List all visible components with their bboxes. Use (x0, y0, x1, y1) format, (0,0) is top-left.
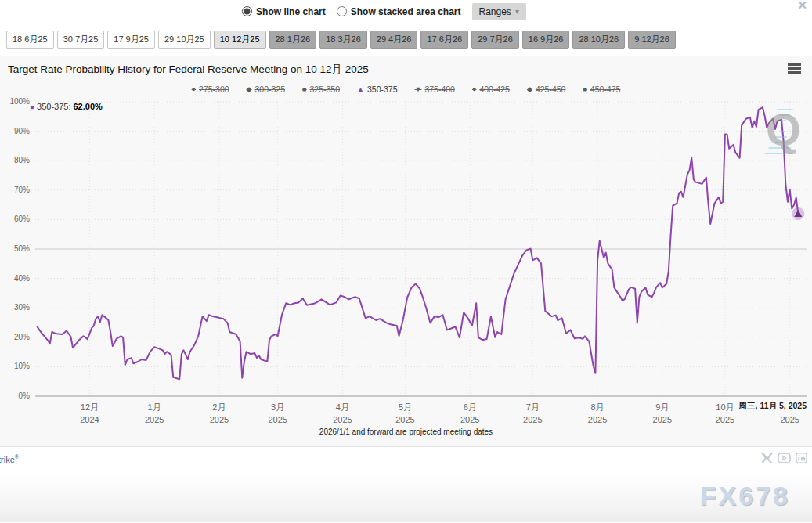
page-bottom-strip: FX678 (0, 473, 812, 522)
legend-item[interactable]: ■325-350 (302, 85, 340, 94)
youtube-icon[interactable] (778, 453, 791, 463)
svg-text:40%: 40% (14, 274, 30, 283)
legend-item[interactable]: ●275-300 (192, 85, 229, 94)
svg-text:5月: 5月 (399, 402, 412, 412)
meeting-tab[interactable]: 18 3月26 (319, 31, 367, 49)
legend-label: 425-450 (536, 85, 566, 94)
square-marker-icon: ■ (302, 85, 306, 93)
meeting-tab[interactable]: 30 7月25 (57, 31, 105, 49)
svg-text:10%: 10% (14, 362, 30, 370)
show-line-chart-radio[interactable] (242, 6, 252, 16)
legend-item[interactable]: ●400-425 (472, 85, 510, 94)
legend-label: 400-425 (479, 85, 510, 94)
show-stacked-area-radio[interactable] (337, 6, 347, 16)
meeting-tab[interactable]: 29 4月26 (370, 31, 418, 49)
svg-text:2025: 2025 (210, 415, 229, 424)
meeting-tab[interactable]: 17 6月26 (420, 31, 468, 49)
circle-marker-icon: ● (472, 85, 476, 93)
svg-text:12月: 12月 (81, 402, 99, 412)
show-stacked-area-option[interactable]: Show stacked area chart (337, 6, 461, 17)
svg-text:30%: 30% (14, 303, 30, 312)
probability-chart-card: Target Rate Probability History for Fede… (0, 56, 812, 447)
svg-text:6月: 6月 (464, 402, 477, 412)
meeting-tab[interactable]: 29 7月26 (471, 31, 519, 49)
fx678-watermark: FX678 (700, 481, 790, 511)
svg-text:9月: 9月 (655, 402, 669, 412)
svg-text:2024: 2024 (80, 415, 99, 424)
legend-label: 275-300 (199, 85, 229, 94)
legend-item[interactable]: ▼375-400 (415, 85, 455, 94)
svg-text:3月: 3月 (271, 402, 284, 412)
quikstrike-brand: trike® (0, 454, 19, 464)
show-line-chart-option[interactable]: Show line chart (242, 6, 326, 17)
footer-bar: trike® (0, 447, 812, 473)
meeting-tabs: 18 6月2530 7月2517 9月2529 10月2510 12月2528 … (0, 23, 812, 56)
svg-text:2月: 2月 (212, 402, 226, 412)
chart-type-toolbar: Show line chart Show stacked area chart … (0, 0, 812, 23)
svg-text:60%: 60% (14, 215, 30, 223)
svg-text:7月: 7月 (526, 402, 540, 412)
svg-text:1月: 1月 (148, 402, 161, 412)
square-marker-icon: ■ (583, 85, 586, 93)
legend-item[interactable]: ◆300-325 (247, 85, 285, 94)
svg-text:2025: 2025 (333, 415, 352, 424)
meeting-tab[interactable]: 28 1月26 (269, 31, 317, 49)
close-icon[interactable]: ✕ (797, 0, 807, 13)
svg-text:100%: 100% (9, 97, 30, 106)
svg-text:2025: 2025 (588, 415, 607, 424)
meeting-tab[interactable]: 9 12月26 (628, 31, 676, 49)
chart-legend: ●275-300◆300-325■325-350▲350-375▼375-400… (0, 85, 812, 94)
ranges-label: Ranges (479, 6, 511, 17)
legend-label: 350-375 (367, 85, 398, 94)
svg-text:2025: 2025 (653, 415, 672, 424)
svg-text:2025: 2025 (395, 415, 414, 424)
meeting-tab[interactable]: 18 6月25 (6, 31, 54, 49)
svg-text:0%: 0% (19, 391, 31, 400)
triangle-marker-icon: ▲ (357, 85, 364, 93)
svg-text:2025: 2025 (268, 415, 287, 424)
svg-text:20%: 20% (14, 333, 30, 341)
svg-text:10月: 10月 (716, 402, 734, 412)
svg-text:2025: 2025 (460, 415, 479, 424)
svg-text:8月: 8月 (590, 402, 604, 412)
meeting-tab[interactable]: 28 10月26 (572, 31, 625, 49)
legend-label: 375-400 (424, 85, 455, 94)
series-hover-label: ● 350-375: 62.00% (30, 102, 103, 111)
svg-text:70%: 70% (14, 186, 30, 194)
diamond-marker-icon: ◆ (527, 85, 532, 93)
diamond-marker-icon: ◆ (247, 85, 252, 93)
meeting-tab[interactable]: 29 10月25 (158, 31, 211, 49)
svg-text:80%: 80% (14, 156, 30, 164)
svg-text:周三, 11月 5, 2025: 周三, 11月 5, 2025 (738, 401, 807, 410)
svg-text:2025: 2025 (716, 415, 734, 424)
svg-text:2025: 2025 (145, 415, 164, 424)
circle-marker-icon: ● (192, 85, 196, 93)
meeting-tab[interactable]: 10 12月25 (214, 31, 266, 49)
probability-line-chart[interactable]: 0%10%20%30%40%50%60%70%80%90%100%12月2024… (0, 97, 812, 434)
legend-item[interactable]: ▲350-375 (357, 85, 397, 94)
meeting-tab[interactable]: 17 9月25 (107, 31, 155, 49)
show-stacked-area-label: Show stacked area chart (351, 6, 461, 17)
series-hover-name: 350-375: (37, 102, 70, 111)
triangle-down-marker-icon: ▼ (415, 85, 422, 93)
x-twitter-icon[interactable] (761, 453, 773, 463)
legend-label: 325-350 (309, 85, 340, 94)
ranges-dropdown[interactable]: Ranges ▾ (472, 3, 526, 20)
show-line-chart-label: Show line chart (256, 6, 326, 17)
series-dot-icon: ● (30, 103, 34, 111)
legend-item[interactable]: ■450-475 (583, 85, 620, 94)
legend-label: 300-325 (255, 85, 286, 94)
chart-menu-icon[interactable] (788, 63, 801, 75)
linkedin-icon[interactable] (796, 453, 807, 463)
svg-text:2025: 2025 (523, 415, 542, 424)
chart-title: Target Rate Probability History for Fede… (8, 63, 369, 77)
chevron-down-icon: ▾ (515, 8, 519, 16)
svg-text:2025: 2025 (780, 415, 799, 424)
svg-text:90%: 90% (14, 127, 30, 135)
legend-item[interactable]: ◆425-450 (527, 85, 565, 94)
series-hover-value: 62.00% (73, 102, 102, 111)
svg-text:50%: 50% (14, 244, 30, 253)
legend-label: 450-475 (590, 85, 621, 94)
svg-text:4月: 4月 (336, 402, 349, 412)
meeting-tab[interactable]: 16 9月26 (522, 31, 570, 49)
